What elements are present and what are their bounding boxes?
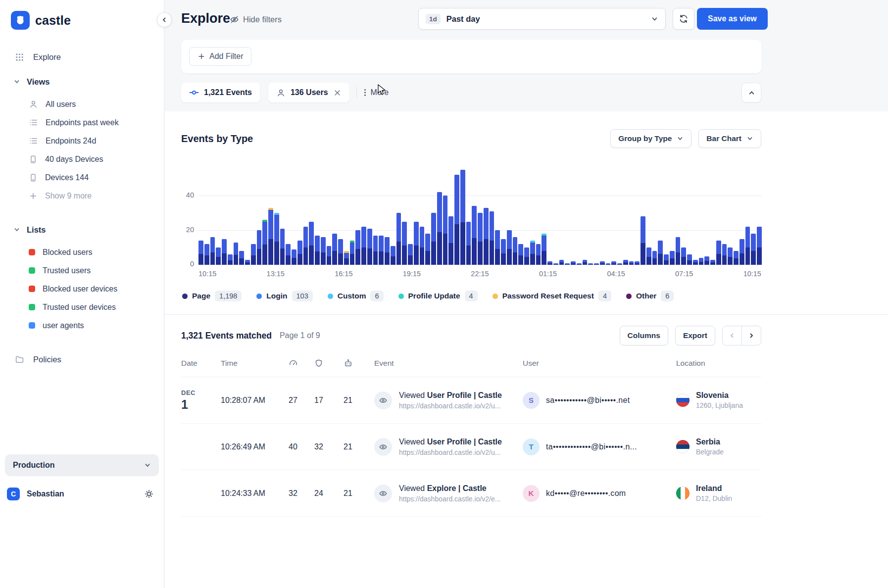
sidebar-item-endpoints-24d[interactable]: Endpoints 24d	[0, 132, 164, 150]
chart-bar[interactable]	[710, 260, 715, 265]
add-filter-button[interactable]: Add Filter	[189, 47, 251, 66]
chart-bar[interactable]	[588, 263, 593, 265]
chart-bar[interactable]	[530, 241, 535, 265]
chart-bar[interactable]	[425, 234, 430, 265]
chart-bar[interactable]	[490, 211, 494, 265]
chart-bar[interactable]	[635, 261, 640, 265]
chart-bar[interactable]	[391, 246, 395, 265]
more-filters-button[interactable]: More	[364, 88, 389, 97]
chart-bar[interactable]	[268, 208, 273, 265]
chart-bar[interactable]	[722, 244, 727, 265]
next-page-button[interactable]	[741, 326, 761, 345]
chart-bar[interactable]	[216, 247, 221, 265]
views-section-header[interactable]: Views	[14, 74, 49, 89]
sidebar-list-trusted-users[interactable]: Trusted users	[0, 261, 164, 280]
chart-bar[interactable]	[373, 236, 378, 265]
chart-bar[interactable]	[204, 244, 209, 265]
sidebar-item-all-users[interactable]: All users	[0, 95, 164, 113]
sidebar-list-user-agents[interactable]: user agents	[0, 316, 164, 335]
chart-bar[interactable]	[652, 251, 657, 265]
chart-bar[interactable]	[559, 260, 564, 265]
sidebar-list-blocked-users[interactable]: Blocked users	[0, 243, 164, 261]
sidebar-list-blocked-user-devices[interactable]: Blocked user devices	[0, 280, 164, 298]
sidebar-item-40-days-devices[interactable]: 40 days Devices	[0, 150, 164, 168]
export-button[interactable]: Export	[675, 326, 715, 345]
legend-item-other[interactable]: Other 6	[626, 291, 674, 301]
date-range-select[interactable]: 1d Past day	[418, 8, 666, 30]
legend-item-login[interactable]: Login 103	[256, 291, 312, 301]
chart-bar[interactable]	[757, 227, 762, 265]
chart-bar[interactable]	[332, 234, 337, 265]
remove-users-filter-button[interactable]	[333, 89, 342, 97]
sidebar-item-policies[interactable]: Policies	[0, 350, 164, 369]
chart-bar[interactable]	[641, 216, 645, 265]
chart-bar[interactable]	[414, 222, 419, 265]
table-row[interactable]: DEC 1 10:28:07 AM 27 17 21 Viewed User P…	[181, 377, 761, 423]
chart-bar[interactable]	[239, 251, 244, 265]
sidebar-list-trusted-user-devices[interactable]: Trusted user devices	[0, 298, 164, 316]
column-header-risk-score[interactable]	[280, 358, 306, 368]
chart-bar[interactable]	[402, 222, 407, 265]
legend-item-profile-update[interactable]: Profile Update 4	[398, 291, 478, 301]
sidebar-item-endpoints-past-week[interactable]: Endpoints past week	[0, 113, 164, 132]
chart-bar[interactable]	[198, 241, 203, 265]
chart-bar[interactable]	[617, 263, 622, 265]
chart-bar[interactable]	[518, 244, 523, 265]
hide-filters-button[interactable]: Hide filters	[230, 15, 282, 24]
chart-bar[interactable]	[448, 216, 453, 265]
sidebar-collapse-button[interactable]	[157, 12, 172, 27]
chart-bar[interactable]	[262, 220, 267, 265]
chart-bar[interactable]	[681, 247, 686, 265]
chart-bar[interactable]	[751, 234, 756, 265]
chart-bar[interactable]	[606, 263, 611, 265]
chart-bar[interactable]	[303, 227, 308, 265]
chart-bar[interactable]	[251, 244, 256, 265]
column-header-shield-score[interactable]	[306, 359, 332, 368]
chart-bar[interactable]	[257, 230, 262, 265]
table-row[interactable]: 10:24:33 AM 32 24 21 Viewed Explore | Ca…	[181, 470, 761, 516]
chart-bar[interactable]	[745, 227, 750, 265]
chart-bar[interactable]	[408, 244, 413, 265]
chart-bar[interactable]	[466, 222, 471, 265]
chart-bar[interactable]	[297, 241, 302, 265]
chart-bar[interactable]	[472, 206, 477, 265]
chart-bar[interactable]	[478, 213, 483, 265]
environment-selector[interactable]: Production	[5, 454, 159, 476]
chart-bar[interactable]	[454, 175, 459, 265]
chart-bar[interactable]	[704, 256, 709, 265]
chart-bar[interactable]	[385, 237, 390, 265]
chart-bar[interactable]	[536, 244, 541, 265]
events-filter-chip[interactable]: 1,321 Events	[181, 83, 260, 102]
chart-bar[interactable]	[315, 236, 320, 265]
chart-bar[interactable]	[687, 254, 692, 265]
chart-bar[interactable]	[327, 246, 332, 265]
sidebar-item-devices-144[interactable]: Devices 144	[0, 168, 164, 187]
chart-bar[interactable]	[507, 230, 512, 265]
save-as-view-button[interactable]: Save as view	[697, 8, 768, 30]
chart-bar[interactable]	[571, 261, 576, 265]
chart-bar[interactable]	[553, 263, 558, 265]
columns-button[interactable]: Columns	[620, 326, 668, 345]
chart-bar[interactable]	[420, 227, 425, 265]
legend-item-password-reset-request[interactable]: Password Reset Request 4	[493, 291, 611, 301]
chart-bar[interactable]	[594, 263, 599, 265]
chart-bar[interactable]	[355, 230, 360, 265]
chart-bar[interactable]	[693, 260, 698, 265]
chart-bar[interactable]	[658, 241, 663, 265]
chart-bar[interactable]	[513, 237, 518, 265]
chart-bar[interactable]	[565, 263, 570, 265]
legend-item-page[interactable]: Page 1,198	[182, 291, 242, 301]
chart-bar[interactable]	[577, 263, 582, 265]
chart-bar[interactable]	[274, 213, 279, 265]
chart-bar[interactable]	[210, 237, 215, 265]
column-header-bot-score[interactable]	[332, 358, 364, 368]
chart-bar[interactable]	[222, 239, 227, 265]
table-row[interactable]: 10:26:49 AM 40 32 21 Viewed User Profile…	[181, 423, 761, 470]
chart-bar[interactable]	[670, 251, 675, 265]
chart-bar[interactable]	[676, 237, 681, 265]
chart-bar[interactable]	[699, 258, 704, 265]
chart-bar[interactable]	[280, 229, 285, 265]
chart-bar[interactable]	[437, 192, 442, 265]
collapse-panel-button[interactable]	[741, 83, 761, 102]
chart-bar[interactable]	[716, 241, 721, 265]
